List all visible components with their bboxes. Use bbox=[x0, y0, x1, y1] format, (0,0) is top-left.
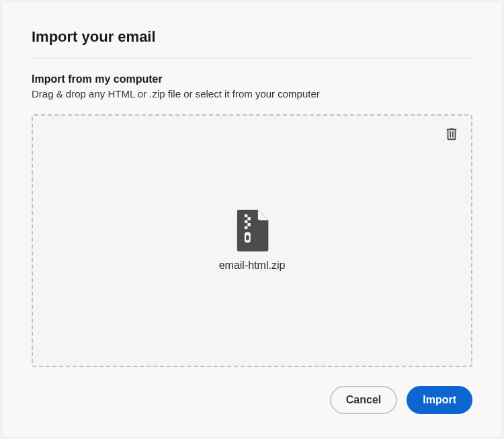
file-name-label: email-html.zip bbox=[219, 260, 286, 272]
zip-file-icon bbox=[233, 210, 271, 251]
svg-rect-0 bbox=[245, 214, 247, 217]
svg-rect-2 bbox=[245, 221, 247, 223]
dialog-button-row: Cancel Import bbox=[32, 386, 472, 414]
section-description: Drag & drop any HTML or .zip file or sel… bbox=[32, 88, 472, 99]
svg-rect-6 bbox=[246, 235, 249, 241]
cancel-button[interactable]: Cancel bbox=[330, 386, 397, 414]
import-button[interactable]: Import bbox=[407, 386, 472, 414]
svg-rect-1 bbox=[247, 217, 250, 220]
svg-rect-4 bbox=[245, 226, 247, 229]
svg-rect-3 bbox=[247, 223, 250, 226]
file-dropzone[interactable]: email-html.zip bbox=[32, 114, 472, 367]
import-email-dialog: Import your email Import from my compute… bbox=[1, 1, 503, 438]
uploaded-file: email-html.zip bbox=[219, 210, 286, 272]
dialog-title: Import your email bbox=[32, 28, 472, 58]
delete-file-button[interactable] bbox=[444, 126, 459, 141]
trash-icon bbox=[444, 126, 459, 141]
section-title: Import from my computer bbox=[32, 73, 472, 85]
